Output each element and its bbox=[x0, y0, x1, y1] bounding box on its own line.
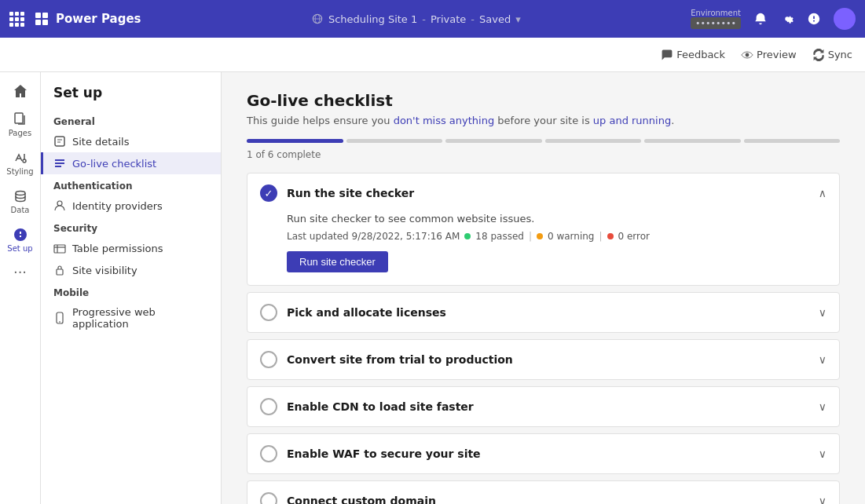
checklist-item-convert: Convert site from trial to production ∨ bbox=[247, 339, 840, 380]
sidebar-section-security: Security bbox=[41, 217, 221, 237]
sidebar-item-go-live-checklist[interactable]: Go-live checklist bbox=[41, 152, 221, 174]
svg-point-9 bbox=[23, 159, 26, 163]
checklist-title-waf: Enable WAF to secure your site bbox=[287, 447, 481, 460]
environment-info: Environment •••••••• bbox=[691, 9, 741, 29]
topbar-right: Environment •••••••• bbox=[691, 8, 856, 30]
chevron-down-icon-domain: ∨ bbox=[819, 495, 827, 504]
waffle-menu[interactable] bbox=[9, 12, 24, 27]
passed-dot bbox=[464, 233, 471, 239]
checklist-circle-convert bbox=[260, 351, 277, 368]
subtitle-link[interactable]: don't miss anything bbox=[394, 115, 495, 126]
checklist-title-site-checker: Run the site checker bbox=[287, 187, 414, 199]
progress-seg-5 bbox=[644, 139, 741, 143]
sidebar: Set up General Site details Go-live chec… bbox=[41, 72, 222, 504]
checklist-item-licenses: Pick and allocate licenses ∨ bbox=[247, 292, 840, 333]
checklist-circle-waf bbox=[260, 445, 277, 462]
warning-dot bbox=[537, 233, 543, 239]
topbar: Power Pages Scheduling Site 1 - Private … bbox=[0, 0, 865, 38]
checklist-circle-domain bbox=[260, 492, 277, 504]
site-status: Private bbox=[431, 13, 466, 25]
checklist-item-cdn: Enable CDN to load site faster ∨ bbox=[247, 386, 840, 427]
progress-seg-6 bbox=[744, 139, 841, 143]
site-saved: Saved bbox=[479, 13, 511, 25]
nav-more[interactable]: ··· bbox=[13, 264, 27, 280]
site-checker-description: Run site checker to see common website i… bbox=[287, 213, 827, 225]
sidebar-item-site-details[interactable]: Site details bbox=[41, 130, 221, 152]
sidebar-item-identity-providers[interactable]: Identity providers bbox=[41, 195, 221, 217]
checklist-item-header-site-checker[interactable]: Run the site checker ∧ bbox=[247, 173, 839, 213]
run-site-checker-button[interactable]: Run site checker bbox=[287, 251, 388, 272]
checklist-item-header-domain[interactable]: Connect custom domain ∨ bbox=[247, 481, 839, 504]
checklist-item-waf: Enable WAF to secure your site ∨ bbox=[247, 433, 840, 474]
sidebar-item-table-permissions[interactable]: Table permissions bbox=[41, 237, 221, 259]
sidebar-section-general: General bbox=[41, 110, 221, 130]
site-checker-meta: Last updated 9/28/2022, 5:17:16 AM 18 pa… bbox=[287, 231, 827, 242]
subtitle-link2[interactable]: up and running bbox=[593, 115, 671, 126]
progress-bar bbox=[247, 139, 840, 143]
checklist-item-header-waf[interactable]: Enable WAF to secure your site ∨ bbox=[247, 434, 839, 473]
notifications-button[interactable] bbox=[753, 12, 768, 26]
checklist-circle-cdn bbox=[260, 398, 277, 415]
sidebar-title: Set up bbox=[41, 85, 221, 110]
settings-button[interactable] bbox=[780, 12, 794, 26]
progress-seg-3 bbox=[445, 139, 542, 143]
checklist-circle-site-checker bbox=[260, 184, 277, 202]
main-layout: Pages Styling Data Set up ··· Set up Gen… bbox=[0, 72, 865, 504]
sync-button[interactable]: Sync bbox=[812, 49, 852, 61]
site-name: Scheduling Site 1 bbox=[328, 13, 417, 25]
preview-button[interactable]: Preview bbox=[741, 49, 797, 61]
nav-styling[interactable]: Styling bbox=[3, 145, 38, 181]
checklist-circle-licenses bbox=[260, 304, 277, 321]
chevron-down-icon-waf: ∨ bbox=[819, 447, 827, 460]
error-dot bbox=[607, 233, 614, 239]
error-count: 0 error bbox=[618, 231, 651, 242]
chevron-up-icon: ∧ bbox=[819, 187, 827, 199]
checklist-item-site-checker: Run the site checker ∧ Run site checker … bbox=[247, 173, 840, 286]
svg-rect-3 bbox=[42, 20, 48, 25]
app-logo: Power Pages bbox=[34, 11, 141, 27]
meta-updated: Last updated 9/28/2022, 5:17:16 AM bbox=[287, 231, 460, 242]
help-button[interactable] bbox=[807, 12, 821, 26]
checklist-title-convert: Convert site from trial to production bbox=[287, 353, 513, 366]
page-subtitle: This guide helps ensure you don't miss a… bbox=[247, 115, 840, 126]
progress-seg-1 bbox=[247, 139, 343, 143]
progress-count: 1 of 6 complete bbox=[247, 149, 840, 160]
chevron-down-icon-cdn: ∨ bbox=[819, 400, 827, 413]
svg-rect-12 bbox=[55, 137, 64, 146]
progress-seg-4 bbox=[545, 139, 642, 143]
checklist-item-domain: Connect custom domain ∨ bbox=[247, 480, 840, 504]
svg-rect-16 bbox=[54, 245, 65, 253]
svg-rect-19 bbox=[57, 269, 63, 275]
sidebar-section-mobile: Mobile bbox=[41, 281, 221, 301]
chevron-down-icon-convert: ∨ bbox=[819, 353, 827, 366]
page-title: Go-live checklist bbox=[247, 91, 840, 110]
nav-home[interactable] bbox=[3, 79, 38, 104]
nav-setup[interactable]: Set up bbox=[3, 222, 38, 257]
avatar[interactable] bbox=[834, 8, 856, 30]
site-selector[interactable]: Scheduling Site 1 - Private - Saved ▾ bbox=[151, 13, 682, 25]
topbar-actions: Feedback Preview Sync bbox=[661, 49, 852, 61]
nav-data[interactable]: Data bbox=[3, 184, 38, 219]
sidebar-item-pwa[interactable]: Progressive web application bbox=[41, 301, 221, 334]
checklist-item-header-licenses[interactable]: Pick and allocate licenses ∨ bbox=[247, 293, 839, 332]
svg-rect-8 bbox=[15, 113, 23, 123]
svg-point-7 bbox=[746, 53, 750, 57]
svg-rect-1 bbox=[42, 13, 48, 18]
svg-rect-2 bbox=[35, 20, 41, 25]
chevron-down-icon-licenses: ∨ bbox=[819, 306, 827, 319]
checklist-title-domain: Connect custom domain bbox=[287, 495, 436, 504]
checklist-item-header-convert[interactable]: Convert site from trial to production ∨ bbox=[247, 340, 839, 379]
svg-point-15 bbox=[57, 201, 62, 206]
sub-topbar: Feedback Preview Sync bbox=[0, 38, 865, 72]
checklist-item-header-cdn[interactable]: Enable CDN to load site faster ∨ bbox=[247, 387, 839, 426]
checklist-title-licenses: Pick and allocate licenses bbox=[287, 306, 446, 319]
feedback-button[interactable]: Feedback bbox=[661, 49, 725, 61]
svg-rect-0 bbox=[35, 13, 41, 18]
checklist-body-site-checker: Run site checker to see common website i… bbox=[247, 213, 839, 285]
checklist-title-cdn: Enable CDN to load site faster bbox=[287, 400, 474, 413]
content-area: Go-live checklist This guide helps ensur… bbox=[222, 72, 865, 504]
nav-pages[interactable]: Pages bbox=[3, 107, 38, 142]
svg-point-11 bbox=[16, 192, 25, 195]
passed-count: 18 passed bbox=[475, 231, 524, 242]
sidebar-item-site-visibility[interactable]: Site visibility bbox=[41, 259, 221, 281]
